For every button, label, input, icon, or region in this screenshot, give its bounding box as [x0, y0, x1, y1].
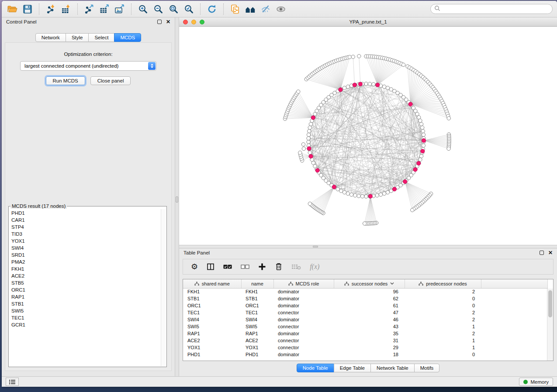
graph-node[interactable] — [401, 63, 405, 66]
mcds-node[interactable] — [315, 168, 319, 172]
scrollbar-thumb[interactable] — [548, 290, 552, 317]
graph-node[interactable] — [364, 82, 368, 86]
table-row[interactable]: ORC1ORC1dominator610 — [183, 302, 548, 309]
graph-node[interactable] — [382, 192, 386, 195]
table-row[interactable]: YOX1YOX1connector291 — [183, 344, 548, 351]
tab-network-table[interactable]: Network Table — [370, 364, 415, 372]
save-session-icon[interactable] — [21, 3, 34, 15]
close-panel-button[interactable]: Close panel — [90, 76, 131, 85]
graph-node[interactable] — [375, 193, 379, 197]
maximize-window-icon[interactable] — [200, 20, 204, 24]
import-table-icon[interactable] — [60, 3, 72, 15]
graph-node[interactable] — [386, 86, 389, 89]
graph-node[interactable] — [307, 133, 310, 136]
graph-node[interactable] — [308, 151, 311, 155]
graph-node[interactable] — [351, 55, 355, 58]
run-mcds-button[interactable]: Run MCDS — [46, 76, 85, 85]
new-network-from-selection-icon[interactable] — [229, 3, 241, 15]
add-column-icon[interactable] — [258, 263, 266, 271]
table-row[interactable]: RAP1RAP1dominator352 — [183, 330, 548, 337]
network-canvas[interactable] — [179, 27, 557, 245]
mcds-node[interactable] — [408, 102, 412, 106]
graph-node[interactable] — [349, 193, 353, 196]
mcds-node[interactable] — [368, 194, 372, 198]
search-input[interactable] — [443, 6, 549, 12]
memory-button[interactable]: Memory — [519, 378, 553, 386]
graph-node[interactable] — [360, 195, 364, 198]
apply-layout-icon[interactable] — [206, 3, 218, 15]
column-header-name[interactable]: name — [241, 279, 273, 288]
mcds-node[interactable] — [339, 88, 343, 92]
mcds-node[interactable] — [422, 138, 426, 142]
graph-node[interactable] — [379, 193, 382, 196]
tab-style[interactable]: Style — [66, 33, 89, 42]
export-image-icon[interactable] — [114, 3, 126, 15]
graph-node[interactable] — [382, 85, 386, 88]
graph-node[interactable] — [308, 202, 311, 206]
table-row[interactable]: STB1STB1dominator620 — [183, 295, 548, 302]
tab-network[interactable]: Network — [35, 33, 66, 42]
graph-node[interactable] — [357, 55, 361, 58]
close-panel-icon[interactable]: ✕ — [166, 19, 170, 25]
mcds-node[interactable] — [376, 83, 380, 87]
graph-node[interactable] — [307, 140, 310, 144]
mcds-node[interactable] — [421, 149, 425, 153]
vertical-splitter[interactable] — [175, 17, 179, 376]
graph-node[interactable] — [421, 129, 425, 133]
mcds-node[interactable] — [353, 83, 356, 87]
graph-node[interactable] — [447, 147, 450, 150]
zoom-out-icon[interactable] — [152, 3, 164, 15]
close-panel-icon[interactable]: ✕ — [548, 250, 553, 256]
column-header-shared-name[interactable]: shared name — [183, 279, 241, 288]
close-window-icon[interactable] — [183, 20, 188, 24]
graph-node[interactable] — [419, 119, 422, 122]
mcds-node[interactable] — [417, 162, 421, 165]
zoom-selected-icon[interactable] — [183, 3, 195, 15]
column-header-successor-nodes[interactable]: successor nodes — [334, 279, 405, 288]
graph-node[interactable] — [309, 122, 312, 126]
graph-node[interactable] — [301, 143, 305, 146]
mcds-node[interactable] — [311, 116, 315, 120]
graph-node[interactable] — [297, 90, 300, 93]
tab-select[interactable]: Select — [88, 33, 114, 42]
mcds-result-scrollbar[interactable] — [161, 209, 166, 366]
graph-node[interactable] — [368, 82, 371, 86]
graph-node[interactable] — [372, 83, 375, 86]
graph-node[interactable] — [363, 222, 366, 225]
mcds-node[interactable] — [403, 180, 407, 184]
tab-motifs[interactable]: Motifs — [414, 364, 440, 372]
graph-node[interactable] — [307, 137, 310, 140]
show-all-icon[interactable] — [275, 3, 287, 15]
table-row[interactable]: PHD1PHD1dominator180 — [183, 351, 548, 358]
graph-node[interactable] — [357, 194, 360, 198]
deselect-all-icon[interactable] — [241, 264, 249, 269]
tab-node-table[interactable]: Node Table — [297, 364, 334, 372]
graph-node[interactable] — [447, 117, 450, 120]
graph-node[interactable] — [411, 208, 414, 212]
splitter-handle[interactable] — [313, 246, 318, 248]
zoom-in-icon[interactable] — [137, 3, 149, 15]
table-scrollbar[interactable] — [547, 289, 553, 361]
export-table-icon[interactable] — [98, 3, 111, 15]
graph-node[interactable] — [422, 144, 425, 147]
table-row[interactable]: TEC1TEC1connector472 — [183, 309, 548, 316]
table-row[interactable]: ACE2ACE2connector311 — [183, 337, 548, 344]
first-neighbors-icon[interactable] — [244, 3, 256, 15]
column-header-predecessor-nodes[interactable]: predecessor nodes — [405, 279, 481, 288]
tab-edge-table[interactable]: Edge Table — [334, 364, 371, 372]
open-file-icon[interactable] — [6, 3, 18, 15]
task-history-button[interactable] — [6, 378, 19, 386]
graph-node[interactable] — [422, 133, 425, 136]
table-settings-icon[interactable]: ⚙ — [191, 263, 198, 271]
graph-node[interactable] — [346, 192, 349, 195]
hide-selected-icon[interactable] — [259, 3, 272, 15]
float-panel-icon[interactable] — [157, 20, 162, 24]
graph-node[interactable] — [419, 155, 423, 158]
splitter-handle[interactable] — [176, 196, 178, 203]
mcds-node[interactable] — [413, 168, 417, 172]
graph-node[interactable] — [308, 126, 311, 129]
export-network-icon[interactable] — [83, 3, 95, 15]
mcds-node[interactable] — [307, 147, 311, 151]
show-columns-icon[interactable] — [207, 263, 214, 271]
table-row[interactable]: SWI4SWI4dominator462 — [183, 316, 548, 323]
